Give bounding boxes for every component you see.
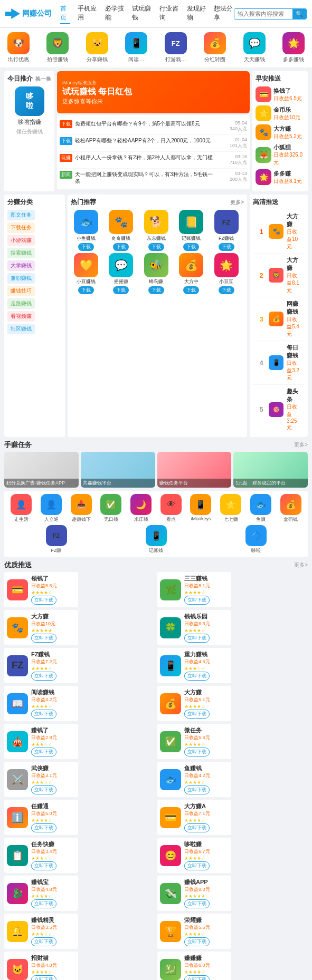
all-apps-more[interactable]: 更多>	[294, 561, 308, 569]
sidebar-app-3[interactable]: 🦊 小狐狸 日收益325.0元	[256, 143, 305, 166]
hot-btn-2[interactable]: 下载	[148, 243, 164, 251]
hot-btn-4[interactable]: 下载	[219, 243, 234, 251]
all-app-9[interactable]: ✅ 微任务 日收益5.4元 ★★★★☆ 立即下载	[157, 724, 231, 759]
hot-btn-5[interactable]: 下载	[78, 286, 94, 294]
task-icon-11[interactable]: 📱记账钱	[143, 525, 169, 554]
hot-btn-9[interactable]: 下载	[219, 286, 234, 294]
all-app-10[interactable]: ⚔️ 武侠赚 日收益3.1元 ★★★☆☆ 立即下载	[4, 762, 78, 797]
all-app-17[interactable]: 💸 赚钱APP 日收益8.0元 ★★★★★ 立即下载	[157, 876, 231, 911]
news-item-2[interactable]: 玩赚 小程序人人一份拿钱？有2种，第2种人人都可以拿，无门槛 03-16710人…	[60, 152, 247, 169]
all-app-8[interactable]: 🎪 赚钱了 日收益2.8元 ★★★☆☆ 立即下载	[4, 724, 78, 759]
task-banner-1[interactable]: 共赢赚钱平台	[81, 452, 155, 488]
task-banner-2[interactable]: 赚钱任务平台	[157, 452, 232, 488]
task-banner-0[interactable]: 积分兑换广告-赚钱任务APP	[4, 452, 79, 488]
sidebar-app-2[interactable]: 🐾 大方赚 日收益5.2元	[256, 124, 305, 140]
all-app-7[interactable]: 💰 大方赚 日收益5.1元 ★★★★☆ 立即下载	[157, 686, 231, 721]
nav-ideas[interactable]: 想法分享	[214, 3, 234, 24]
task-icon-6[interactable]: 📱iMonkeys	[187, 494, 214, 523]
all-app-6[interactable]: 📖 阅读赚钱 日收益3.2元 ★★★★☆ 立即下载	[4, 686, 78, 721]
hot-btn-6[interactable]: 下载	[113, 286, 129, 294]
all-app-1[interactable]: 🌿 三三赚钱 日收益8.1元 ★★★★☆ 立即下载	[157, 572, 231, 607]
hot-app-2[interactable]: 🐕 东东赚钱 下载	[141, 210, 172, 251]
task-icon-5[interactable]: 👁看点	[158, 494, 184, 523]
hot-btn-8[interactable]: 下载	[183, 286, 199, 294]
all-app-btn-11[interactable]: 立即下载	[184, 785, 210, 794]
all-app-btn-7[interactable]: 立即下载	[184, 710, 210, 719]
top-app-7[interactable]: 🌟 多多赚钱	[280, 32, 307, 63]
rank-item-1[interactable]: 2 🦁 大方赚 日收益8.1元	[253, 254, 305, 297]
nav-info[interactable]: 行业咨询	[159, 3, 179, 24]
all-app-btn-17[interactable]: 立即下载	[184, 899, 210, 908]
cat-3[interactable]: 搜索赚钱	[7, 248, 35, 258]
rank-item-0[interactable]: 1 🐾 大方赚 日收益10元	[253, 210, 305, 254]
all-app-14[interactable]: 📋 任务快赚 日收益3.4元 ★★★☆☆ 立即下载	[4, 838, 78, 873]
all-app-btn-12[interactable]: 立即下载	[31, 823, 56, 832]
all-app-btn-20[interactable]: 立即下载	[31, 975, 56, 980]
rank-item-2[interactable]: 3 💰 网赚赚钱 日收益5.4元	[253, 297, 305, 341]
all-app-btn-21[interactable]: 立即下载	[184, 975, 210, 980]
task-icon-10[interactable]: FZFZ赚	[43, 525, 70, 554]
all-app-0[interactable]: 💳 领钱了 日收益5.6元 ★★★★☆ 立即下载	[4, 572, 78, 607]
task-icon-7[interactable]: 🌟七七赚	[218, 494, 244, 523]
cat-2[interactable]: 小游戏赚	[7, 235, 35, 246]
task-icon-8[interactable]: 🐟鱼赚	[248, 494, 274, 523]
all-app-11[interactable]: 🐟 鱼赚钱 日收益4.2元 ★★★★☆ 立即下载	[157, 762, 231, 797]
top-app-3[interactable]: 📱 阅读…	[123, 32, 149, 63]
all-app-btn-9[interactable]: 立即下载	[184, 748, 210, 756]
all-app-btn-16[interactable]: 立即下载	[31, 899, 56, 908]
logo[interactable]: 网赚公司	[5, 8, 52, 19]
hot-app-1[interactable]: 🐾 奇奇赚钱 下载	[106, 210, 136, 251]
task-icon-0[interactable]: 👤走生活	[8, 494, 34, 523]
all-app-3[interactable]: 🍀 钱钱乐园 日收益6.3元 ★★★★☆ 立即下载	[157, 610, 231, 645]
all-app-4[interactable]: FZ FZ赚钱 日收益7.2元 ★★★★☆ 立即下载	[4, 648, 78, 683]
hot-btn-0[interactable]: 下载	[78, 243, 94, 251]
task-icon-9[interactable]: 💰盒码钱	[278, 494, 304, 523]
all-app-btn-14[interactable]: 立即下载	[31, 861, 56, 870]
news-item-0[interactable]: 下载 免费领红包平台有哪些？有9个，第5个最高可以领8元 05-04340人点	[60, 118, 247, 135]
all-app-5[interactable]: 📱 重力赚钱 日收益4.5元 ★★★☆☆ 立即下载	[157, 648, 231, 683]
all-app-2[interactable]: 🐾 大方赚 日收益10元 ★★★★★ 立即下载	[4, 610, 78, 645]
hot-btn-1[interactable]: 下载	[113, 243, 129, 251]
hot-app-5[interactable]: 💛 小豆赚钱 下载	[71, 253, 101, 294]
hot-app-4[interactable]: FZ FZ赚钱 下载	[211, 210, 242, 251]
all-app-btn-4[interactable]: 立即下载	[31, 672, 56, 681]
all-app-18[interactable]: 🔔 赚钱精灵 日收益3.5元 ★★★☆☆ 立即下载	[4, 914, 78, 949]
all-app-btn-6[interactable]: 立即下载	[31, 710, 56, 719]
search-input[interactable]	[234, 9, 292, 19]
all-app-btn-5[interactable]: 立即下载	[184, 672, 210, 681]
all-app-btn-18[interactable]: 立即下载	[31, 937, 56, 946]
news-item-3[interactable]: 新闻 天一能把网上赚钱变成现实吗？可以，有3种方法，5毛钱一条 03-14200…	[60, 169, 247, 187]
all-app-btn-2[interactable]: 立即下载	[31, 634, 56, 643]
cat-4[interactable]: 大学赚钱	[7, 260, 35, 271]
task-icon-4[interactable]: 🌙米庄钱	[128, 494, 154, 523]
hot-app-7[interactable]: 🐝 蜂鸟赚 下载	[141, 253, 172, 294]
nav-home[interactable]: 首页	[60, 3, 70, 24]
all-app-btn-10[interactable]: 立即下载	[31, 785, 56, 794]
nav-skill[interactable]: 必学技能	[105, 3, 125, 24]
top-app-6[interactable]: 💬 天天赚钱	[241, 32, 268, 63]
top-app-1[interactable]: 🦁 拍照赚钱	[44, 32, 71, 63]
task-icon-2[interactable]: 📥趣赚钱下	[68, 494, 94, 523]
cat-8[interactable]: 看视频赚	[7, 311, 35, 322]
top-app-4[interactable]: FZ 打游戏…	[163, 32, 189, 63]
task-icon-3[interactable]: ✅无口钱	[98, 494, 124, 523]
cat-9[interactable]: 社区赚钱	[7, 324, 35, 334]
all-app-21[interactable]: 💹 赚赚赚 日收益6.0元 ★★★★☆ 立即下载	[157, 952, 231, 980]
cat-7[interactable]: 走路赚钱	[7, 298, 35, 309]
hot-app-9[interactable]: 🌟 小豆豆 下载	[211, 253, 242, 294]
all-app-16[interactable]: 🐉 赚钱宝 日收益4.8元 ★★★★☆ 立即下载	[4, 876, 78, 911]
all-app-19[interactable]: 🏆 荣耀赚 日收益5.5元 ★★★★☆ 立即下载	[157, 914, 231, 949]
task-icon-1[interactable]: 👤人立通	[38, 494, 64, 523]
all-app-btn-8[interactable]: 立即下载	[31, 748, 56, 756]
task-banner-3[interactable]: 1元起，财务稳定的平台	[233, 452, 308, 488]
all-app-btn-0[interactable]: 立即下载	[31, 596, 56, 605]
task-more[interactable]: 更多>	[294, 441, 308, 449]
news-item-1[interactable]: 下载 轻松APP有哪些？轻松AAPP有2个，日入2000元，1000元 01-0…	[60, 135, 247, 152]
top-app-2[interactable]: 🐱 分享赚钱	[84, 32, 110, 63]
today-more[interactable]: 换一换	[35, 75, 51, 83]
top-app-0[interactable]: 🐶 出行优惠	[5, 32, 32, 63]
cat-1[interactable]: 下载任务	[7, 222, 35, 233]
rank-item-3[interactable]: 4 📱 每日赚钱 日收益3.2元	[253, 341, 305, 385]
all-app-12[interactable]: ℹ️ 任赚通 日收益5.0元 ★★★★☆ 立即下载	[4, 800, 78, 835]
search-button[interactable]: 🔍	[292, 9, 306, 19]
